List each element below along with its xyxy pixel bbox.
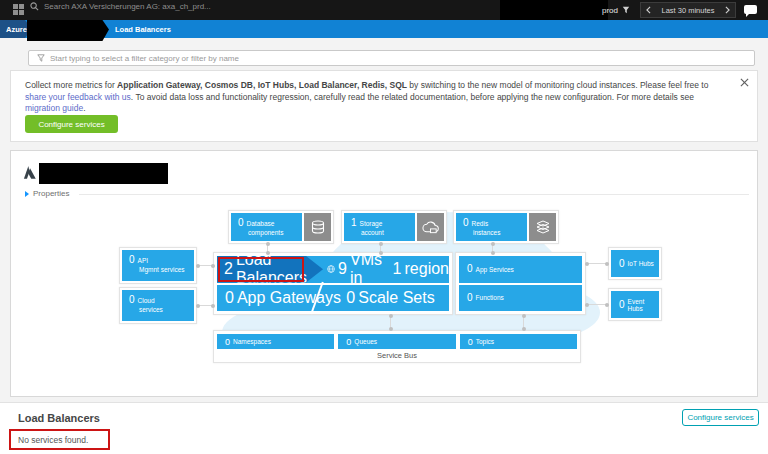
chevron-right-icon[interactable] bbox=[725, 6, 730, 14]
tile-iot-hubs[interactable]: 0 IoT Hubs bbox=[608, 247, 662, 280]
timeframe-selector[interactable]: Last 30 minutes bbox=[640, 2, 736, 18]
chevron-right-icon bbox=[25, 191, 29, 197]
tile-database-components[interactable]: 0Database components bbox=[228, 210, 334, 244]
filter-input[interactable] bbox=[50, 54, 746, 63]
tile-redis-instances[interactable]: 0Redis instances bbox=[453, 210, 559, 244]
properties-label: Properties bbox=[33, 189, 69, 198]
scale-set-count: 0 bbox=[346, 289, 355, 307]
tile-app-gateways[interactable]: 0 App Gateways bbox=[225, 285, 341, 312]
tile-app-gateways-scale-sets[interactable]: 0 App Gateways 0 Scale Sets bbox=[217, 285, 449, 312]
divider bbox=[79, 194, 749, 195]
redacted-breadcrumb-item[interactable] bbox=[27, 20, 109, 41]
service-bus-group-box: 0 Namespaces 0 Queues 0 Topics Service B… bbox=[213, 330, 581, 363]
funnel-icon bbox=[37, 54, 45, 62]
connector bbox=[199, 305, 212, 306]
timeframe-label: Last 30 minutes bbox=[662, 6, 715, 15]
feedback-link[interactable]: share your feedback with us bbox=[25, 92, 131, 102]
queues-count: 0 bbox=[346, 337, 351, 347]
funnel-icon bbox=[622, 6, 630, 14]
tile-vms-region[interactable]: 9 VMs in 1 region 2 Load Balancers bbox=[217, 256, 449, 283]
connector bbox=[267, 245, 268, 252]
redacted-text bbox=[500, 0, 608, 21]
filter-bar[interactable] bbox=[28, 50, 755, 66]
globe-icon bbox=[327, 264, 335, 274]
annotation-highlight-empty-state: No services found. bbox=[9, 429, 110, 450]
banner-services-bold: Application Gateway, Cosmos DB, IoT Hubs… bbox=[117, 80, 407, 90]
chevron-left-icon[interactable] bbox=[646, 6, 651, 14]
namespaces-count: 0 bbox=[225, 337, 230, 347]
global-search-input[interactable] bbox=[44, 2, 304, 11]
tile-topics[interactable]: 0 Topics bbox=[460, 334, 577, 349]
storage-count: 1 bbox=[351, 218, 357, 228]
app-services-count: 0 bbox=[467, 264, 473, 274]
tile-scale-sets[interactable]: 0 Scale Sets bbox=[332, 285, 449, 312]
configure-services-button-bottom[interactable]: Configure services bbox=[682, 409, 759, 426]
redis-count: 0 bbox=[463, 218, 469, 228]
load-balancers-section: Load Balancers Configure services No ser… bbox=[0, 402, 768, 454]
management-zone-selector[interactable]: prod bbox=[596, 0, 636, 20]
connector bbox=[380, 245, 381, 252]
database-count: 0 bbox=[238, 218, 244, 228]
functions-count: 0 bbox=[467, 293, 473, 303]
tile-event-hubs[interactable]: 0 Event Hubs bbox=[608, 288, 662, 321]
azure-logo-icon bbox=[20, 163, 38, 182]
migration-guide-link[interactable]: migration guide bbox=[25, 103, 83, 113]
tile-functions[interactable]: 0 Functions bbox=[459, 285, 582, 312]
tile-load-balancers[interactable]: 2 Load Balancers bbox=[217, 256, 323, 283]
tile-queues[interactable]: 0 Queues bbox=[338, 334, 455, 349]
chat-icon[interactable] bbox=[744, 5, 757, 14]
breadcrumb: Azure Load Balancers bbox=[0, 20, 768, 38]
event-hubs-count: 0 bbox=[619, 300, 625, 310]
tile-api-mgmt-services[interactable]: 0API Mgmnt services bbox=[119, 247, 197, 284]
redacted-subscription-title bbox=[39, 163, 168, 184]
app-gateway-count: 0 bbox=[225, 289, 234, 307]
empty-state-message: No services found. bbox=[11, 435, 88, 445]
api-mgmt-count: 0 bbox=[129, 255, 135, 265]
storage-cloud-icon bbox=[417, 213, 444, 241]
iot-hubs-count: 0 bbox=[619, 259, 625, 269]
connector bbox=[492, 245, 493, 252]
top-bar: prod Last 30 minutes bbox=[0, 0, 768, 20]
properties-expander[interactable]: Properties bbox=[25, 189, 69, 198]
tile-namespaces[interactable]: 0 Namespaces bbox=[217, 334, 334, 349]
tile-cloud-services[interactable]: 0Cloud services bbox=[119, 287, 197, 324]
close-icon[interactable] bbox=[740, 78, 749, 87]
configure-services-button[interactable]: Configure services bbox=[25, 115, 118, 133]
breadcrumb-load-balancers[interactable]: Load Balancers bbox=[115, 20, 171, 38]
notification-banner: Collect more metrics for Application Gat… bbox=[10, 70, 758, 142]
connector bbox=[523, 317, 524, 328]
compute-group-box: 9 VMs in 1 region 2 Load Balancers 0 App… bbox=[213, 252, 453, 315]
app-launcher-icon[interactable] bbox=[13, 4, 25, 16]
cloud-services-count: 0 bbox=[129, 295, 135, 305]
app-services-group-box: 0 App Services 0 Functions bbox=[455, 252, 586, 315]
tile-storage-account[interactable]: 1Storage account bbox=[341, 210, 447, 244]
tile-app-services[interactable]: 0 App Services bbox=[459, 256, 582, 283]
connector bbox=[390, 317, 391, 328]
section-title: Load Balancers bbox=[18, 412, 100, 424]
management-zone-label: prod bbox=[602, 6, 618, 15]
vm-count: 9 bbox=[338, 260, 347, 278]
connector bbox=[588, 263, 606, 264]
database-icon bbox=[304, 213, 331, 241]
connector bbox=[588, 304, 606, 305]
load-balancer-count: 2 bbox=[224, 260, 233, 278]
redis-stack-icon bbox=[529, 213, 556, 241]
topics-count: 0 bbox=[468, 337, 473, 347]
service-bus-label: Service Bus bbox=[217, 349, 577, 360]
connector bbox=[199, 265, 212, 266]
search-icon bbox=[30, 2, 39, 11]
banner-message: Collect more metrics for Application Gat… bbox=[25, 80, 731, 115]
region-count: 1 bbox=[393, 260, 402, 278]
